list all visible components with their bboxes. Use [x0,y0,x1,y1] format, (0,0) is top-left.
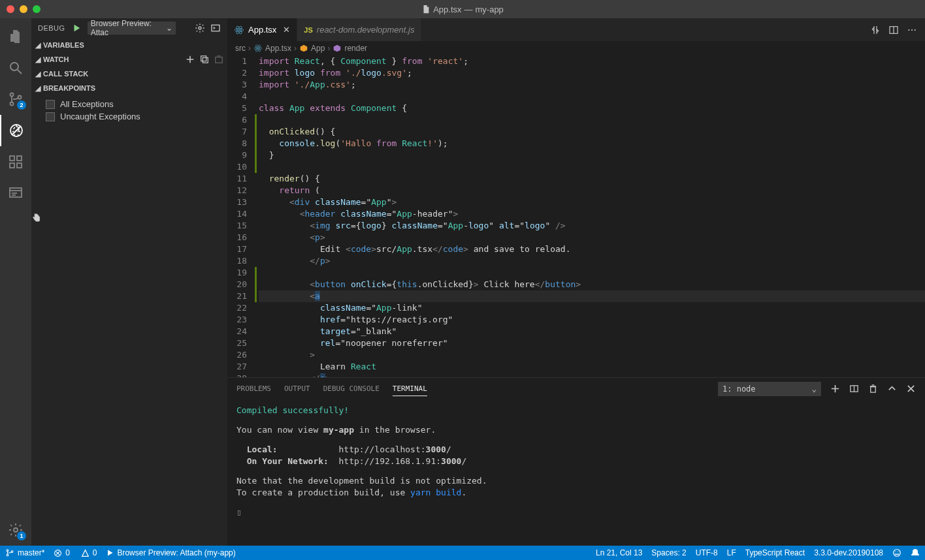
callstack-header[interactable]: ◢CALL STACK [31,67,227,81]
checkbox-icon[interactable] [46,112,55,121]
js-icon: JS [304,26,312,34]
feedback-icon[interactable] [892,548,901,557]
cursor-position[interactable]: Ln 21, Col 13 [596,548,642,557]
panel-tab-debug[interactable]: DEBUG CONSOLE [323,382,380,396]
panel: PROBLEMS OUTPUT DEBUG CONSOLE TERMINAL 1… [227,377,925,546]
tab-react-dom-dev[interactable]: JS react-dom.development.js [297,18,421,41]
svg-point-31 [257,48,259,49]
svg-rect-20 [216,57,223,63]
breakpoint-uncaught-exceptions[interactable]: Uncaught Exceptions [31,110,227,123]
code-editor[interactable]: 1234567891011121314151617181920212223242… [227,55,925,377]
title-filename: App.tsx [433,5,461,14]
settings-gear-icon[interactable]: 1 [0,514,31,546]
editor-group: App.tsx ✕ JS react-dom.development.js sr… [227,18,925,546]
checkbox-icon[interactable] [46,100,55,109]
split-editor-icon[interactable] [888,25,899,35]
debug-icon[interactable] [0,115,31,146]
browser-preview-icon[interactable] [0,178,31,209]
svg-line-1 [18,70,22,74]
watch-section: ◢WATCH [31,52,227,67]
svg-point-44 [894,550,901,557]
notifications-icon[interactable] [911,548,920,557]
svg-point-16 [199,27,201,29]
compare-icon[interactable] [870,25,881,35]
split-terminal-icon[interactable] [849,384,859,394]
language-mode[interactable]: TypeScript React [745,548,805,557]
extensions-icon[interactable] [0,146,31,178]
close-tab-icon[interactable]: ✕ [283,25,290,35]
breakpoints-header[interactable]: ◢BREAKPOINTS [31,81,227,95]
svg-point-29 [911,29,913,30]
debug-config-dropdown[interactable]: Browser Preview: Attac⌄ [88,22,176,35]
add-watch-icon[interactable] [186,55,195,64]
crumb-src[interactable]: src [235,44,246,53]
svg-rect-9 [17,163,22,168]
tabs: App.tsx ✕ JS react-dom.development.js [227,18,925,41]
svg-rect-18 [201,56,206,61]
debug-status[interactable]: Browser Preview: Attach (my-app) [106,548,235,557]
debug-title: DEBUG [38,24,65,32]
callstack-section: ◢CALL STACK [31,67,227,81]
eol[interactable]: LF [727,548,736,557]
react-icon [234,25,244,35]
code[interactable]: import React, { Component } from 'react'… [259,55,925,377]
crumb-method[interactable]: render [333,44,367,53]
svg-rect-37 [871,387,876,392]
debug-header: DEBUG Browser Preview: Attac⌄ [31,18,227,38]
new-terminal-icon[interactable] [830,384,840,394]
settings-badge: 1 [17,531,26,540]
maximize-panel-icon[interactable] [887,384,897,394]
title-project: my-app [476,5,504,14]
branch-indicator[interactable]: master* [5,548,44,557]
encoding[interactable]: UTF-8 [696,548,718,557]
svg-point-0 [10,63,18,70]
terminal-output[interactable]: Compiled successfully! You can now view … [227,399,925,546]
scm-badge: 2 [17,101,26,110]
tab-app-tsx[interactable]: App.tsx ✕ [227,18,297,41]
svg-rect-10 [17,156,22,161]
breakpoint-all-exceptions[interactable]: All Exceptions [31,98,227,110]
gutter: 1234567891011121314151617181920212223242… [227,55,259,377]
panel-tab-output[interactable]: OUTPUT [284,382,310,396]
debug-settings-icon[interactable] [195,23,205,33]
file-icon [421,5,430,14]
svg-line-6 [12,126,21,135]
close-panel-icon[interactable] [906,384,916,394]
activity-bar: 2 1 [0,18,31,546]
body: 2 1 DEBUG Browser Preview: Attac⌄ [0,18,925,546]
collapse-all-icon[interactable] [200,55,209,64]
explorer-icon[interactable] [0,21,31,52]
start-debug-button[interactable] [72,23,81,33]
breadcrumb[interactable]: src› App.tsx› App› render [227,41,925,55]
variables-header[interactable]: ◢VARIABLES [31,38,227,52]
svg-rect-7 [10,156,14,161]
svg-point-41 [7,554,8,556]
terminal-selector[interactable]: 1: node⌄ [718,382,821,396]
more-actions-icon[interactable] [907,25,917,35]
variables-section: ◢VARIABLES [31,38,227,52]
svg-rect-17 [212,25,219,31]
indentation[interactable]: Spaces: 2 [651,548,686,557]
crumb-class[interactable]: App [299,44,325,53]
titlebar: App.tsx — my-app [0,0,925,18]
panel-tab-terminal[interactable]: TERMINAL [393,382,427,396]
window-title: App.tsx — my-app [0,5,925,14]
svg-rect-19 [203,57,208,63]
source-control-icon[interactable]: 2 [0,84,31,115]
breakpoints-section: ◢BREAKPOINTS All Exceptions Uncaught Exc… [31,81,227,125]
svg-point-15 [14,528,18,532]
errors-indicator[interactable]: 0 0 [54,548,97,557]
svg-point-30 [915,29,916,30]
panel-tab-problems[interactable]: PROBLEMS [236,382,271,396]
search-icon[interactable] [0,52,31,84]
window: App.tsx — my-app 2 1 DEBUG B [0,0,925,560]
svg-point-2 [10,93,14,97]
watch-header[interactable]: ◢WATCH [31,52,227,67]
ts-version[interactable]: 3.3.0-dev.20190108 [814,548,883,557]
debug-console-icon[interactable] [210,23,221,33]
remove-all-icon[interactable] [214,55,223,64]
kill-terminal-icon[interactable] [868,384,878,394]
svg-point-3 [10,102,14,106]
svg-point-28 [908,29,909,30]
crumb-file[interactable]: App.tsx [253,44,291,53]
